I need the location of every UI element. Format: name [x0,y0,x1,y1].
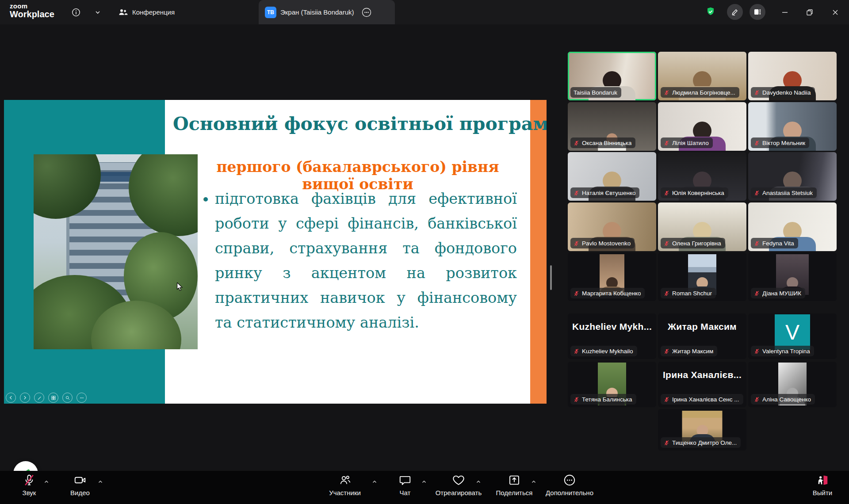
participant-tile[interactable]: Anastasiia Stetsiuk [748,152,837,201]
participant-tile[interactable]: Тетяна Балинська [568,362,656,407]
participant-tile[interactable]: Pavlo Mostovenko [568,202,656,251]
participant-tile[interactable]: Маргарита Кобщенко [568,252,656,301]
muted-mic-icon [754,190,760,196]
participant-nameplate: Лілія Шатило [661,137,713,148]
participant-tile[interactable]: Олена Григорівна [658,202,746,251]
more-ellipsis-icon [563,473,576,487]
security-shield-icon[interactable] [704,6,717,18]
participant-tile[interactable]: VValentyna Tropina [748,313,837,359]
participant-tile[interactable]: Тищенко Дмитро Оле... [658,409,746,451]
muted-mic-icon [754,140,760,146]
muted-mic-icon [664,440,669,446]
participants-button[interactable]: Участники [318,473,371,496]
info-icon[interactable] [70,6,82,19]
zoom-workplace-logo: zoom Workplace [10,3,54,19]
slide-thumbnails-button[interactable] [48,393,58,403]
share-label: Поделиться [496,489,533,496]
view-layout-button[interactable] [750,4,765,20]
participant-name: Олена Григорівна [672,240,721,247]
participant-tile[interactable]: Оксана Вінницька [568,102,656,151]
audio-button[interactable]: Звук [3,473,56,496]
video-button[interactable]: Видео [54,473,107,496]
close-button[interactable] [827,4,844,21]
slide-prev-button[interactable] [6,393,16,403]
participant-name: Юлія Ковернінська [672,190,724,196]
participant-tile[interactable]: Taisiia Bondaruk [568,52,656,100]
people-icon [118,7,128,18]
participant-name: Тищенко Дмитро Оле... [672,439,737,446]
participant-tile[interactable]: Fedyna Vita [748,202,837,251]
tab-meeting[interactable]: Конференция [111,0,181,24]
tab-more-icon[interactable] [361,7,372,18]
scrollbar-thumb[interactable] [550,265,552,290]
leave-label: Выйти [813,489,832,496]
slide-more-button[interactable] [76,393,87,403]
slide-title: Основний фокус освітньої програми [173,113,531,134]
chat-button[interactable]: Чат [379,473,432,496]
share-chevron[interactable] [531,479,537,485]
participant-nameplate: Віктор Мельник [751,137,809,148]
muted-mic-icon [754,90,760,95]
participant-nameplate: Taisiia Bondaruk [570,87,621,98]
chat-chevron[interactable] [421,479,427,485]
participants-chevron[interactable] [371,479,378,485]
chevron-down-icon[interactable] [92,6,104,19]
participant-nameplate: Олена Григорівна [661,238,725,248]
participant-tile[interactable]: Житар МаксимЖитар Максим [658,313,746,359]
leave-button[interactable]: Выйти [796,473,849,496]
participant-name: Тетяна Балинська [582,396,632,403]
more-button[interactable]: Дополнительно [543,473,596,496]
slide-pen-button[interactable] [34,393,44,403]
muted-mic-icon [574,397,579,402]
annotate-pencil-button[interactable] [727,4,743,20]
logo-zoom-text: zoom [10,3,54,10]
react-button[interactable]: Отреагировать [432,473,485,496]
meeting-toolbar: Звук Видео Участники 22 Чат Отреагироват… [0,471,849,504]
participant-tile[interactable]: Ірина Ханалієв...Ірина Ханалієва Сенс ..… [658,362,746,407]
participant-nameplate: Pavlo Mostovenko [570,238,635,248]
participants-label: Участники [329,489,361,496]
participant-name: Аліна Савощенко [762,396,811,403]
participant-name: Житар Максим [672,348,713,355]
participant-nameplate: Оксана Вінницька [570,137,635,148]
muted-mic-icon [664,241,669,246]
restore-button[interactable] [801,4,818,21]
slide-next-button[interactable] [20,393,30,403]
muted-mic-icon [574,241,579,246]
slide-zoom-button[interactable] [62,393,73,403]
participant-nameplate: Аліна Савощенко [751,394,815,405]
participant-name: Taisiia Bondaruk [574,89,617,96]
participant-tile[interactable]: Діана МУШИК [748,252,837,301]
participant-nameplate: Наталія Євтушенко [570,187,639,198]
muted-mic-icon [664,90,669,95]
participant-name: Ірина Ханалієва Сенс ... [672,396,739,403]
participant-tile[interactable]: Kuzheliev Mykh...Kuzheliev Mykhailo [568,313,656,359]
audio-options-chevron[interactable] [43,479,50,485]
participant-tile[interactable]: Лілія Шатило [658,102,746,151]
participant-tile[interactable]: Аліна Савощенко [748,362,837,407]
muted-mic-icon [664,140,669,146]
muted-mic-icon [574,348,579,354]
participant-tile[interactable]: Людмила Богріновце... [658,52,746,100]
participant-tile[interactable]: Юлія Ковернінська [658,152,746,201]
leave-door-icon [816,473,829,487]
participant-tile[interactable]: Davydenko Nadiia [748,52,837,100]
participant-tile[interactable]: Roman Shchur [658,252,746,301]
participant-tile[interactable]: Наталія Євтушенко [568,152,656,201]
react-label: Отреагировать [436,489,482,496]
participant-nameplate: Anastasiia Stetsiuk [751,187,817,198]
slide-orange-band [530,100,547,404]
react-chevron[interactable] [475,479,482,485]
participants-icon [338,473,352,487]
slide-control-bar [6,393,87,403]
video-options-chevron[interactable] [97,479,103,485]
tab-screen-share[interactable]: ТВ Экран (Taisiia Bondaruk) [259,0,395,24]
share-screen-icon [508,473,521,487]
share-button[interactable]: Поделиться [488,473,541,496]
participant-tile[interactable]: Віктор Мельник [748,102,837,151]
minimize-button[interactable] [776,4,793,21]
screen-share-badge: ТВ [265,7,276,18]
participant-name: Pavlo Mostovenko [582,240,631,247]
participant-nameplate: Людмила Богріновце... [661,87,739,98]
participant-nameplate: Тетяна Балинська [570,394,636,405]
